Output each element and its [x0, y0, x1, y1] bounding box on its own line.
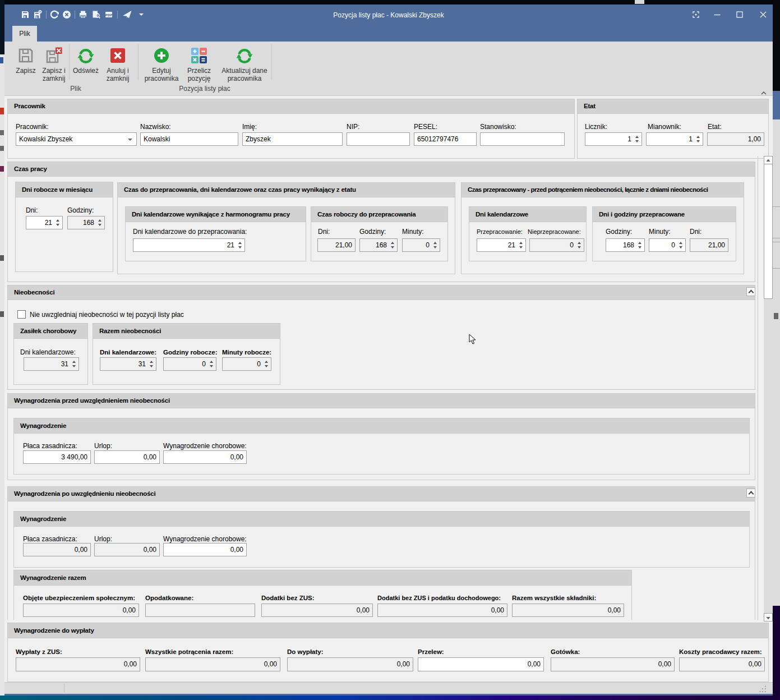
przepracowane-dni-label: Dni: [690, 228, 701, 236]
dni-robocze-dni-stepper[interactable]: 21 [26, 216, 63, 229]
background-left-fragment-red [0, 108, 4, 114]
imie-input[interactable]: Zbyszek [242, 132, 343, 146]
background-left-fragment-blue [0, 57, 3, 63]
dni-robocze-dni-spin[interactable] [54, 217, 61, 229]
dodatki-bez-zus-label: Dodatki bez ZUS: [261, 594, 315, 602]
czas-roboczy-godziny-spin [389, 239, 396, 251]
nazwisko-label: Nazwisko: [140, 123, 171, 131]
razem-dni-kalendarzowe-label: Dni kalendarzowe: [100, 348, 156, 356]
anuluj-i-zamknij-button[interactable]: Anuluj i zamknij [102, 47, 133, 82]
nazwisko-input[interactable]: Kowalski [140, 132, 238, 146]
odswiez-button[interactable]: Odśwież [72, 47, 100, 75]
razem-dni-kalendarzowe-stepper: 31 [100, 357, 156, 371]
dni-kal-spin[interactable] [237, 239, 243, 251]
licznik-stepper[interactable]: 1 [585, 132, 642, 146]
dni-robocze-godziny-label: Godziny: [67, 206, 94, 214]
licznik-spin-icons[interactable] [634, 133, 640, 145]
chorobowe-przed-input[interactable]: 0,00 [163, 450, 247, 464]
pracownik-combobox[interactable]: Kowalski Zbyszek [16, 132, 137, 146]
mianownik-spin-icons[interactable] [695, 133, 701, 145]
focus-mode-button[interactable] [689, 7, 703, 22]
stanowisko-input[interactable] [480, 132, 565, 146]
wyplaty-zus-field: 0,00 [16, 657, 140, 671]
window-title: Pozycja listy płac - Kowalski Zbyszek [4, 4, 773, 26]
dni-kalendarzowe-przepracowania-stepper[interactable]: 21 [133, 238, 245, 252]
przepracowane-minuty-stepper[interactable]: 0 [649, 238, 686, 252]
przepracowanie-spin[interactable] [518, 239, 524, 251]
close-button[interactable] [756, 7, 770, 22]
scroll-viewport-edge [758, 156, 758, 620]
przepracowane-godziny-stepper[interactable]: 168 [606, 238, 645, 252]
przepracowane-godziny-spin[interactable] [636, 239, 643, 251]
nieobecnosci-collapse-button[interactable] [746, 287, 755, 296]
wyplaty-zus-label: Wypłaty z ZUS: [16, 648, 62, 656]
urlop-po-label: Urlop: [94, 535, 112, 543]
wynagrodzenie-do-wyplaty-group: Wynagrodzenie do wypłaty [7, 623, 769, 682]
aktualizuj-dane-label: Aktualizuj dane pracownika [218, 67, 271, 82]
czas-roboczy-title: Czas roboczy do przepracowania [311, 207, 447, 222]
przelicz-pozycje-button[interactable]: Przelicz pozycję [183, 47, 215, 82]
aktualizuj-dane-button[interactable]: Aktualizuj dane pracownika [218, 47, 271, 82]
scrollbar-up-button[interactable] [764, 156, 773, 164]
czas-roboczy-dni-field: 21,00 [317, 238, 356, 252]
chorobowe-przed-label: Wynagrodzenie chorobowe: [163, 442, 247, 450]
zasilek-dni-kalendarzowe-label: Dni kalendarzowe: [20, 348, 76, 356]
nip-label: NIP: [347, 123, 359, 131]
placa-zasadnicza-przed-input[interactable]: 3 490,00 [23, 450, 91, 464]
nieprzepracowane-stepper: 0 [529, 238, 584, 252]
przepracowanie-stepper[interactable]: 21 [477, 238, 526, 252]
ribbon-separator-1 [69, 44, 70, 80]
razem-godziny-spin [208, 358, 215, 370]
wynagrodzenia-po-collapse-button[interactable] [746, 489, 755, 498]
background-right-fragment [774, 313, 778, 319]
chorobowe-po-input[interactable]: 0,00 [163, 543, 247, 556]
opodatkowane-field [145, 604, 255, 617]
razem-skladniki-field: 0,00 [512, 604, 624, 617]
gotowka-label: Gotówka: [551, 648, 580, 656]
scrollbar-thumb[interactable] [764, 164, 773, 299]
resize-grip[interactable] [759, 685, 767, 692]
nip-input[interactable] [347, 132, 410, 146]
potracenia-label: Wszystkie potrącenia razem: [145, 648, 233, 656]
dni-kalendarzowe-przepracowania-label: Dni kalendarzowe do przepracowania: [133, 228, 247, 236]
scrollbar-down-button[interactable] [764, 613, 773, 621]
przepracowane-minuty-label: Minuty: [649, 228, 671, 236]
mianownik-label: Mianownik: [648, 123, 681, 131]
desktop-top-edge [0, 0, 780, 4]
zapisz-button[interactable]: Zapisz [13, 47, 38, 75]
wynagrodzenie-po-subtitle: Wynagrodzenie [14, 512, 749, 527]
nieobecnosci-checkbox-label[interactable]: Nie uwzgledniaj nieobecności w tej pozyc… [30, 311, 184, 319]
tab-plik[interactable]: Plik [12, 26, 37, 42]
etat-group-title: Etat [578, 99, 768, 114]
do-wyplaty-label: Do wypłaty: [287, 648, 324, 656]
razem-skladniki-label: Razem wszystkie składniki: [512, 594, 596, 602]
maximize-button[interactable] [732, 7, 747, 22]
placa-zasadnicza-po-field: 0,00 [23, 543, 91, 556]
background-right-line-4 [773, 268, 780, 269]
mianownik-stepper[interactable]: 1 [646, 132, 703, 146]
nieprzepracowane-label: Nieprzepracowane: [528, 228, 581, 236]
pesel-input[interactable]: 65012797476 [414, 132, 477, 146]
edytuj-pracownika-label: Edytuj pracownika [141, 67, 182, 82]
etat-label: Etat: [708, 123, 722, 131]
dni-robocze-godziny-stepper: 168 [67, 216, 105, 229]
urlop-przed-input[interactable]: 0,00 [94, 450, 160, 464]
dodatki-bez-zus-pd-label: Dodatki bez ZUS i podatku dochodowego: [377, 594, 501, 602]
przelew-input[interactable]: 0,00 [418, 657, 544, 671]
potracenia-field: 0,00 [145, 657, 280, 671]
save-close-ribbon-icon [45, 47, 63, 65]
ribbon-separator-2 [138, 44, 139, 80]
wynagrodzenia-po-title: Wynagrodzenia po uwzględnieniu nieobecno… [8, 487, 755, 501]
ribbon-collapse-icon[interactable] [760, 88, 767, 94]
pesel-label: PESEL: [414, 123, 437, 131]
wynagrodzenie-przed-subtitle: Wynagrodzenie [14, 418, 749, 434]
edytuj-pracownika-button[interactable]: Edytuj pracownika [141, 47, 182, 82]
combo-arrow-icon [128, 139, 132, 141]
chorobowe-po-label: Wynagrodzenie chorobowe: [163, 535, 247, 543]
background-window-right-blue [773, 91, 780, 119]
nieobecnosci-checkbox[interactable] [17, 310, 26, 319]
zapisz-i-zamknij-button[interactable]: Zapisz i zamknij [39, 47, 68, 82]
minimize-button[interactable] [710, 7, 724, 22]
przepracowane-minuty-spin[interactable] [677, 239, 684, 251]
dodatki-bez-zus-pd-field: 0,00 [377, 604, 507, 617]
